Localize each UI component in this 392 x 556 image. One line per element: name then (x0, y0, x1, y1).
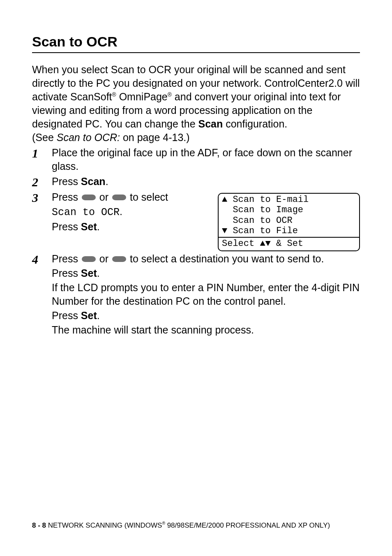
period: . (97, 310, 100, 321)
scan-bold: Scan (198, 118, 223, 130)
footer-title-a: NETWORK SCANNING (WINDOWS (46, 521, 162, 529)
press-label: Press (52, 310, 81, 321)
down-arrow-icon (112, 195, 126, 200)
registered-icon: ® (168, 92, 172, 98)
step-number: 1 (32, 146, 52, 161)
lcd-row-5: Select ▲▼ & Set (222, 239, 356, 249)
page-footer: 8 - 8 NETWORK SCANNING (WINDOWS® 98/98SE… (32, 521, 330, 530)
up-arrow-icon (82, 256, 96, 262)
period: . (120, 206, 122, 217)
step-2-text: Press Scan. (52, 175, 360, 188)
step-3: 3 Press or to select Scan to OCR. Press … (32, 190, 360, 251)
page-root: Scan to OCR When you select Scan to OCR … (0, 0, 392, 556)
step-3-line2: Scan to OCR. (52, 205, 206, 219)
steps-list: 1 Place the original face up in the ADF,… (32, 146, 360, 338)
lcd-screen: ▲ Scan to E-mail Scan to Image Scan to O… (218, 193, 360, 251)
step-body: Place the original face up in the ADF, o… (52, 146, 360, 174)
or-label: or (97, 253, 111, 264)
step-body: Press or to select a destination you wan… (52, 252, 360, 338)
to-select-a-label: to select a destination you want to send… (127, 253, 324, 264)
lcd-row-2: Scan to Image (222, 205, 356, 215)
see-open: (See (32, 132, 57, 143)
period: . (106, 176, 108, 187)
step-4-line2: Press Set. (52, 266, 360, 280)
lcd-prompt: Select ▲▼ & Set (219, 237, 359, 250)
lcd-row-4: ▼ Scan to File (222, 226, 356, 236)
step-number: 3 (32, 190, 52, 205)
step-3-left: Press or to select Scan to OCR. Press Se… (52, 190, 206, 234)
intro-paragraph: When you select Scan to OCR your origina… (32, 63, 360, 144)
registered-icon: ® (162, 521, 165, 526)
scan-button-label: Scan (81, 176, 106, 187)
period: . (97, 221, 100, 232)
page-number: 8 - 8 (32, 521, 46, 529)
step-3-line1: Press or to select (52, 190, 206, 204)
press-label: Press (52, 176, 81, 187)
scan-to-ocr-mono: Scan to OCR (52, 206, 120, 218)
step-4-line4: Press Set. (52, 309, 360, 322)
press-label: Press (52, 191, 81, 203)
press-label: Press (52, 267, 81, 279)
period: . (97, 267, 100, 279)
step-body: Press Scan. (52, 175, 360, 189)
step-1-text: Place the original face up in the ADF, o… (52, 146, 360, 173)
intro-text-2: OmniPage (116, 91, 168, 102)
lcd-display: ▲ Scan to E-mail Scan to Image Scan to O… (218, 193, 360, 251)
to-select-label: to select (127, 191, 168, 203)
set-button-label: Set (81, 267, 97, 279)
set-button-label: Set (81, 221, 97, 232)
step-number: 4 (32, 252, 52, 267)
step-number: 2 (32, 175, 52, 190)
up-arrow-icon (82, 195, 96, 200)
step-body: Press or to select Scan to OCR. Press Se… (52, 190, 360, 251)
step-4-final: The machine will start the scanning proc… (52, 323, 360, 337)
step-4: 4 Press or to select a destination you w… (32, 252, 360, 338)
step-4-pin: If the LCD prompts you to enter a PIN Nu… (52, 281, 360, 308)
step-1: 1 Place the original face up in the ADF,… (32, 146, 360, 174)
step-4-line1: Press or to select a destination you wan… (52, 252, 360, 266)
lcd-menu: ▲ Scan to E-mail Scan to Image Scan to O… (219, 194, 359, 237)
see-link: Scan to OCR: (57, 132, 120, 143)
lcd-row-1: ▲ Scan to E-mail (222, 195, 356, 205)
section-heading: Scan to OCR (32, 34, 360, 53)
lcd-row-3: Scan to OCR (222, 215, 356, 226)
step-3-line3: Press Set. (52, 220, 206, 234)
press-label: Press (52, 221, 81, 232)
or-label: or (97, 191, 111, 203)
step-2: 2 Press Scan. (32, 175, 360, 190)
registered-icon: ® (112, 92, 116, 98)
see-close: on page 4-13.) (120, 132, 190, 143)
intro-text-4: configuration. (223, 118, 287, 130)
press-label: Press (52, 253, 81, 264)
down-arrow-icon (112, 256, 126, 262)
set-button-label: Set (81, 310, 97, 321)
footer-title-b: 98/98SE/ME/2000 PROFESSIONAL AND XP ONLY… (165, 521, 330, 529)
